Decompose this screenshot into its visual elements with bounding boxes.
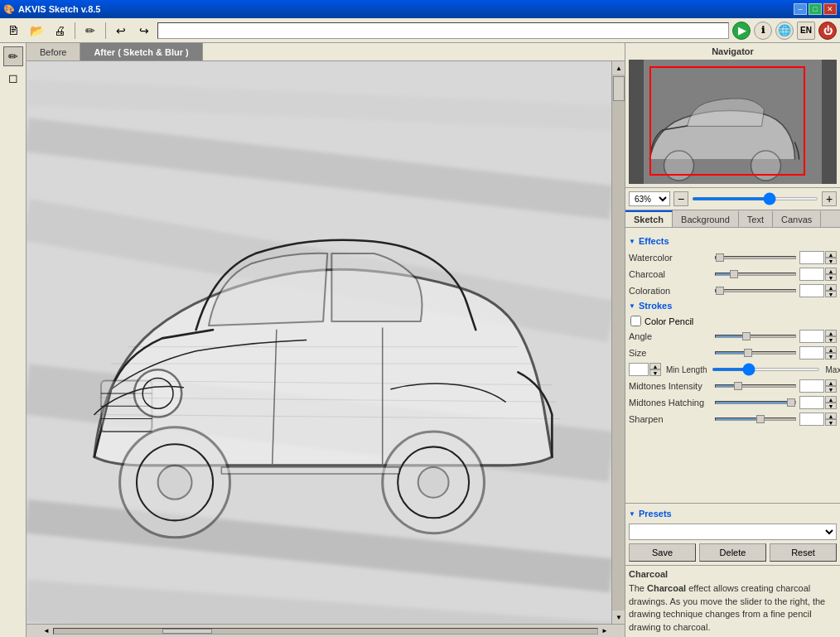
eraser-tool[interactable]: ◻ [3,68,23,88]
canvas-image [27,61,611,624]
watercolor-down[interactable]: ▼ [825,258,837,264]
pencil-button[interactable]: ✏ [80,21,100,41]
midtones-intensity-down[interactable]: ▼ [825,386,837,393]
midtones-intensity-spinners: ▲ ▼ [825,379,837,393]
svg-point-12 [134,369,181,417]
new-button[interactable]: 🖹 [3,21,23,41]
midtones-hatching-down[interactable]: ▼ [825,403,837,409]
midtones-hatching-slider[interactable] [715,401,796,404]
charcoal-up[interactable]: ▲ [825,268,837,274]
scroll-up-arrow[interactable]: ▲ [612,61,625,75]
sharpen-value[interactable]: 57 [799,413,824,426]
maximize-button[interactable]: □ [809,3,822,15]
tab-after[interactable]: After ( Sketch & Blur ) [80,43,202,60]
minimize-button[interactable]: – [794,3,807,15]
angle-value[interactable]: 135 [799,330,824,343]
url-bar[interactable] [157,22,729,39]
angle-up[interactable]: ▲ [825,330,837,336]
info-button[interactable]: ℹ [754,22,772,40]
length-slider[interactable] [712,368,820,371]
scroll-left-arrow[interactable]: ◄ [40,625,53,638]
min-length-value[interactable]: 3 [629,363,649,376]
undo-button[interactable]: ↩ [111,21,131,41]
zoom-slider[interactable] [692,197,818,200]
preset-buttons: Save Delete Reset [629,543,837,562]
delete-preset-button[interactable]: Delete [699,543,766,562]
midtones-intensity-slider[interactable] [715,384,796,388]
watercolor-label: Watercolor [629,253,712,263]
canvas-vertical-scrollbar[interactable]: ▲ ▼ [611,61,625,624]
midtones-intensity-row: Midtones Intensity 5 ▲ ▼ [629,379,837,393]
coloration-row: Coloration 0 ▲ ▼ [629,284,837,297]
charcoal-value[interactable]: 2 [799,268,824,281]
tab-sketch[interactable]: Sketch [625,210,673,227]
size-up[interactable]: ▲ [825,346,837,353]
open-button[interactable]: 📂 [27,21,46,41]
watercolor-slider[interactable] [715,256,796,259]
zoom-minus-button[interactable]: − [673,191,688,206]
min-length-spinners: ▲ ▼ [649,363,661,376]
titlebar-controls[interactable]: – □ ✕ [794,3,837,15]
watercolor-spinners: ▲ ▼ [825,251,837,264]
scroll-thumb[interactable] [613,76,625,101]
navigator-viewport-indicator[interactable] [649,66,805,176]
midtones-intensity-value[interactable]: 5 [799,379,824,393]
save-preset-button[interactable]: Save [629,543,696,562]
size-value[interactable]: 8 [799,346,824,360]
redo-button[interactable]: ↪ [134,21,154,41]
zoom-select[interactable]: 63% [629,191,670,206]
separator-2 [105,22,106,39]
angle-slider-wrap [715,333,796,340]
hscroll-track[interactable] [53,628,598,635]
coloration-down[interactable]: ▼ [825,291,837,297]
print-button[interactable]: 🖨 [50,21,70,41]
min-length-down[interactable]: ▼ [649,369,661,376]
color-pencil-checkbox[interactable] [630,316,641,326]
settings-content: Effects Watercolor 0 ▲ ▼ Charcoal [625,228,840,503]
color-pencil-label: Color Pencil [644,316,693,326]
min-length-label: Min Length [666,365,707,374]
settings-tabs: Sketch Background Text Canvas [625,210,840,228]
scroll-track[interactable] [612,75,625,610]
reset-preset-button[interactable]: Reset [770,543,837,562]
power-button[interactable]: ⏻ [818,22,837,40]
zoom-plus-button[interactable]: + [822,191,837,206]
preset-select[interactable] [629,524,837,540]
tab-before[interactable]: Before [27,43,80,60]
desc-text-bold: Charcoal [647,583,686,593]
hscroll-thumb[interactable] [162,629,212,634]
midtones-hatching-up[interactable]: ▲ [825,396,837,403]
run-button[interactable]: ▶ [732,22,751,40]
canvas-horizontal-scrollbar[interactable]: ◄ ► [27,624,625,637]
coloration-up[interactable]: ▲ [825,284,837,291]
tab-canvas[interactable]: Canvas [773,210,821,227]
midtones-intensity-up[interactable]: ▲ [825,379,837,386]
angle-slider[interactable] [715,335,796,338]
scroll-down-arrow[interactable]: ▼ [612,610,625,624]
size-slider[interactable] [715,351,796,355]
web-button[interactable]: 🌐 [775,22,794,40]
coloration-slider[interactable] [715,289,796,292]
scroll-right-arrow[interactable]: ► [598,625,611,638]
charcoal-down[interactable]: ▼ [825,274,837,281]
sharpen-down[interactable]: ▼ [825,419,837,426]
canvas-viewport [27,61,611,624]
tab-text[interactable]: Text [739,210,773,227]
lang-button[interactable]: EN [797,22,815,40]
pencil-tool[interactable]: ✏ [3,46,23,66]
close-button[interactable]: ✕ [823,3,837,15]
size-down[interactable]: ▼ [825,353,837,360]
sharpen-slider[interactable] [715,417,796,421]
tab-background[interactable]: Background [673,210,739,227]
svg-point-19 [418,467,449,498]
navigator-preview [629,60,837,184]
description-section: Charcoal The Charcoal effect allows crea… [625,565,840,637]
midtones-hatching-value[interactable]: 100 [799,396,824,409]
watercolor-value[interactable]: 0 [799,251,824,264]
angle-down[interactable]: ▼ [825,336,837,343]
sharpen-up[interactable]: ▲ [825,413,837,419]
charcoal-slider[interactable] [715,273,796,276]
coloration-value[interactable]: 0 [799,284,824,297]
watercolor-up[interactable]: ▲ [825,251,837,258]
min-length-up[interactable]: ▲ [649,363,661,369]
